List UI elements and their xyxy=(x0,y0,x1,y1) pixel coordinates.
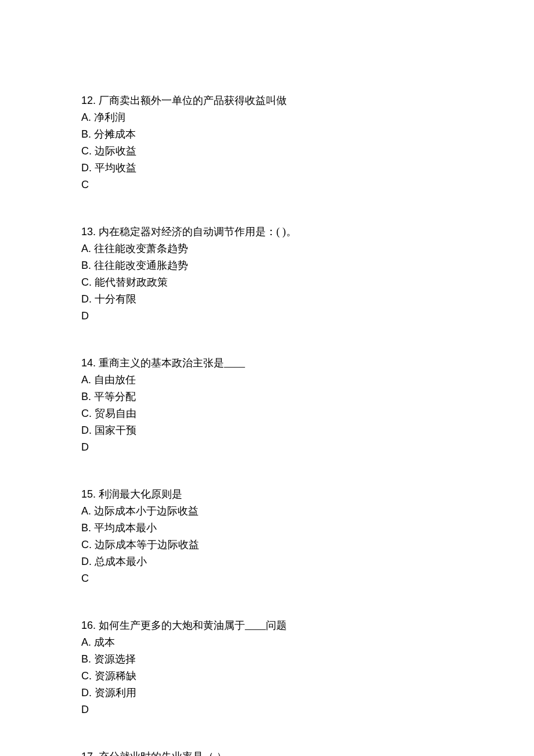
option-b: B. 往往能改变通胀趋势 xyxy=(81,258,453,273)
option-a: A. 自由放任 xyxy=(81,372,453,388)
question-text: 13. 内在稳定器对经济的自动调节作用是：( )。 xyxy=(81,224,453,240)
option-a: A. 边际成本小于边际收益 xyxy=(81,503,453,519)
option-d: D. 总成本最小 xyxy=(81,554,453,570)
question-number: 12. xyxy=(81,95,99,106)
question-number: 14. xyxy=(81,357,99,369)
question-stem: 内在稳定器对经济的自动调节作用是：( )。 xyxy=(99,226,297,237)
question-17: 17. 充分就业时的失业率是（ ） A. 0 xyxy=(81,749,453,756)
question-12: 12. 厂商卖出额外一单位的产品获得收益叫做 A. 净利润 B. 分摊成本 C.… xyxy=(81,93,453,193)
option-c: C. 边际收益 xyxy=(81,143,453,159)
question-16: 16. 如何生产更多的大炮和黄油属于____问题 A. 成本 B. 资源选择 C… xyxy=(81,618,453,718)
question-stem: 如何生产更多的大炮和黄油属于____问题 xyxy=(99,620,287,631)
option-a: A. 净利润 xyxy=(81,110,453,125)
question-13: 13. 内在稳定器对经济的自动调节作用是：( )。 A. 往往能改变萧条趋势 B… xyxy=(81,224,453,324)
option-d: D. 国家干预 xyxy=(81,423,453,438)
option-c: C. 资源稀缺 xyxy=(81,668,453,684)
question-stem: 充分就业时的失业率是（ ） xyxy=(99,751,227,756)
option-c: C. 贸易自由 xyxy=(81,406,453,422)
answer: D xyxy=(81,308,453,324)
answer: C xyxy=(81,177,453,193)
option-a: A. 往往能改变萧条趋势 xyxy=(81,241,453,257)
question-text: 14. 重商主义的基本政治主张是____ xyxy=(81,355,453,371)
question-stem: 利润最大化原则是 xyxy=(99,488,182,500)
option-c: C. 能代替财政政策 xyxy=(81,275,453,290)
question-stem: 厂商卖出额外一单位的产品获得收益叫做 xyxy=(99,95,287,106)
option-d: D. 十分有限 xyxy=(81,291,453,307)
question-number: 13. xyxy=(81,226,99,237)
option-b: B. 平均成本最小 xyxy=(81,520,453,536)
question-stem: 重商主义的基本政治主张是____ xyxy=(99,357,245,369)
question-text: 12. 厂商卖出额外一单位的产品获得收益叫做 xyxy=(81,93,453,109)
question-14: 14. 重商主义的基本政治主张是____ A. 自由放任 B. 平等分配 C. … xyxy=(81,355,453,455)
answer: D xyxy=(81,702,453,718)
option-d: D. 资源利用 xyxy=(81,685,453,701)
question-text: 15. 利润最大化原则是 xyxy=(81,487,453,502)
question-text: 17. 充分就业时的失业率是（ ） xyxy=(81,749,453,756)
option-b: B. 资源选择 xyxy=(81,651,453,667)
option-c: C. 边际成本等于边际收益 xyxy=(81,537,453,553)
answer: D xyxy=(81,440,453,455)
option-d: D. 平均收益 xyxy=(81,160,453,176)
option-b: B. 平等分配 xyxy=(81,389,453,405)
question-15: 15. 利润最大化原则是 A. 边际成本小于边际收益 B. 平均成本最小 C. … xyxy=(81,487,453,586)
option-a: A. 成本 xyxy=(81,635,453,650)
option-b: B. 分摊成本 xyxy=(81,127,453,142)
answer: C xyxy=(81,571,453,586)
question-number: 17. xyxy=(81,751,99,756)
question-number: 15. xyxy=(81,488,99,500)
question-text: 16. 如何生产更多的大炮和黄油属于____问题 xyxy=(81,618,453,633)
question-number: 16. xyxy=(81,620,99,631)
